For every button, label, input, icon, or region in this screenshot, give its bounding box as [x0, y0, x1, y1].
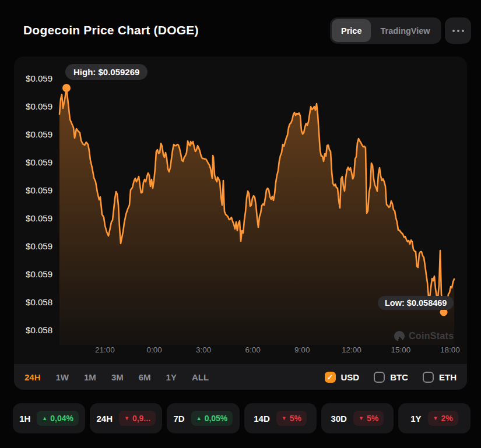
checked-checkbox-icon[interactable]: ✓ [325, 372, 336, 383]
y-axis: $0.059$0.059$0.059$0.059$0.059$0.059$0.0… [14, 73, 52, 336]
range-all[interactable]: ALL [192, 372, 209, 382]
currency-label: BTC [390, 372, 408, 382]
y-axis-label: $0.058 [26, 297, 52, 308]
currency-selector: ✓USDBTCETH [325, 372, 457, 383]
stat-change-value: 0,04% [50, 414, 73, 423]
y-axis-label: $0.059 [26, 269, 52, 280]
stat-change-badge: ▼0,9... [119, 411, 156, 426]
stat-change-value: 2% [441, 414, 452, 423]
tab-tradingview[interactable]: TradingView [371, 19, 439, 42]
currency-label: ETH [439, 372, 457, 382]
y-axis-label: $0.059 [26, 185, 52, 196]
stat-change-badge: ▼5% [276, 411, 307, 426]
stat-change-value: 5% [367, 414, 378, 423]
currency-eth[interactable]: ETH [423, 372, 457, 383]
view-toggle: Price TradingView [330, 17, 441, 44]
x-axis-label: 15:00 [376, 345, 425, 354]
down-triangle-icon: ▼ [359, 416, 364, 421]
x-axis: 21:000:003:006:009:0012:0015:0018:00 [80, 345, 475, 354]
stat-period-label: 24H [96, 414, 113, 424]
unchecked-checkbox-icon[interactable] [374, 372, 385, 383]
stat-pill-24h: 24H▼0,9... [90, 403, 162, 433]
stat-pill-7d: 7D▲0,05% [167, 403, 239, 433]
stat-change-value: 0,9... [132, 414, 150, 423]
range-1y[interactable]: 1Y [166, 372, 177, 382]
price-chart[interactable] [14, 57, 467, 362]
app-root: Dogecoin Price Chart (DOGE) Price Tradin… [0, 0, 481, 448]
high-tooltip: High: $0.059269 [65, 64, 148, 80]
ellipsis-icon [452, 30, 455, 32]
price-change-stats: 1H▲0,04%24H▼0,9...7D▲0,05%14D▼5%30D▼5%1Y… [13, 403, 471, 433]
x-axis-label: 21:00 [80, 345, 129, 354]
y-axis-label: $0.059 [26, 241, 52, 252]
y-axis-label: $0.058 [26, 324, 52, 336]
x-axis-label: 0:00 [130, 345, 179, 354]
stat-change-badge: ▲0,04% [37, 411, 79, 426]
high-point-dot [62, 84, 71, 92]
page-title: Dogecoin Price Chart (DOGE) [23, 23, 199, 37]
stat-change-badge: ▲0,05% [191, 411, 233, 426]
stat-pill-14d: 14D▼5% [244, 403, 317, 433]
stat-period-label: 1Y [410, 414, 421, 424]
up-triangle-icon: ▲ [42, 416, 47, 421]
range-6m[interactable]: 6M [139, 372, 151, 382]
watermark: CoinStats [394, 331, 454, 341]
x-axis-label: 18:00 [426, 345, 475, 354]
y-axis-label: $0.059 [26, 213, 52, 224]
up-triangle-icon: ▲ [196, 416, 202, 421]
stat-change-badge: ▼5% [353, 411, 384, 426]
stat-period-label: 7D [174, 414, 185, 424]
stat-period-label: 14D [254, 414, 270, 424]
down-triangle-icon: ▼ [282, 416, 287, 421]
ellipsis-icon [457, 30, 459, 32]
range-24h[interactable]: 24H [24, 372, 41, 382]
stat-change-value: 0,05% [205, 414, 228, 423]
y-axis-label: $0.059 [26, 101, 52, 112]
unchecked-checkbox-icon[interactable] [423, 372, 434, 383]
x-axis-label: 3:00 [179, 345, 228, 354]
y-axis-label: $0.059 [26, 157, 52, 168]
chart-card: $0.059$0.059$0.059$0.059$0.059$0.059$0.0… [14, 57, 467, 390]
down-triangle-icon: ▼ [433, 416, 438, 421]
x-axis-label: 12:00 [327, 345, 376, 354]
currency-btc[interactable]: BTC [374, 372, 408, 383]
range-selector: 24H1W1M3M6M1YALL [24, 372, 209, 382]
y-axis-label: $0.059 [26, 73, 52, 84]
ellipsis-icon [462, 30, 464, 32]
x-axis-label: 6:00 [229, 345, 278, 354]
more-options-button[interactable] [445, 17, 471, 44]
low-tooltip: Low: $0.058469 [378, 296, 454, 310]
tab-price[interactable]: Price [332, 19, 371, 42]
range-1w[interactable]: 1W [56, 372, 69, 382]
stat-period-label: 1H [19, 414, 30, 424]
stat-change-value: 5% [290, 414, 301, 423]
stat-period-label: 30D [331, 414, 347, 424]
y-axis-label: $0.059 [26, 129, 52, 140]
coinstats-logo-icon [394, 331, 405, 341]
stat-pill-30d: 30D▼5% [321, 403, 394, 433]
range-1m[interactable]: 1M [84, 372, 96, 382]
currency-label: USD [341, 372, 360, 382]
currency-usd[interactable]: ✓USD [325, 372, 360, 383]
stat-pill-1y: 1Y▼2% [398, 403, 471, 433]
stat-pill-1h: 1H▲0,04% [13, 403, 85, 433]
chart-footer: 24H1W1M3M6M1YALL ✓USDBTCETH [14, 364, 467, 390]
stat-change-badge: ▼2% [428, 411, 458, 426]
range-3m[interactable]: 3M [111, 372, 124, 382]
x-axis-label: 9:00 [278, 345, 326, 354]
down-triangle-icon: ▼ [124, 416, 129, 421]
watermark-text: CoinStats [409, 331, 454, 341]
